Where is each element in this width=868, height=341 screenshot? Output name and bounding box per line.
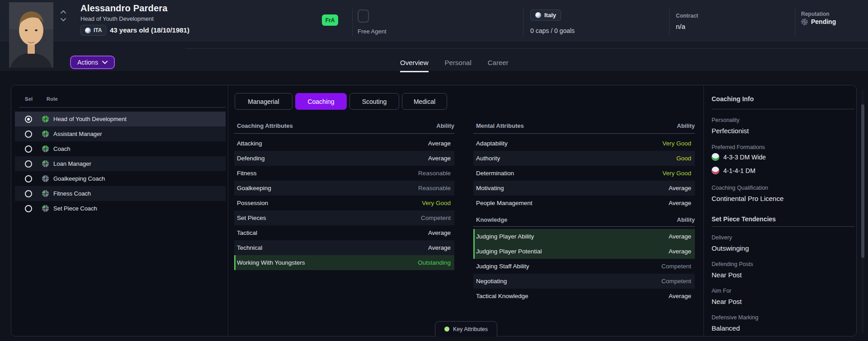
attribute-value: Average (669, 293, 691, 299)
attribute-name: Judging Player Potential (476, 248, 542, 255)
role-row-coach[interactable]: Coach (15, 141, 226, 156)
attribute-row-goalkeeping: GoalkeepingReasonable (234, 181, 454, 196)
role-label: Coach (53, 145, 71, 152)
attribute-row-tactical: TacticalAverage (234, 225, 454, 240)
formation-item: 4-1-4-1 DM (712, 167, 755, 174)
tab-overview[interactable]: Overview (400, 59, 429, 72)
role-label: Assistant Manager (53, 131, 102, 137)
role-label: Fitness Coach (53, 190, 91, 197)
roles-col-role: Role (47, 96, 58, 102)
attribute-row-working-with-youngsters: Working With YoungstersOutstanding (234, 255, 454, 270)
ability-column-header: Ability (627, 122, 695, 129)
contract-label: Contract (676, 13, 698, 19)
formation-pitch-icon (712, 167, 719, 174)
reputation-pending-icon (801, 19, 808, 25)
role-row-goalkeeping-coach[interactable]: Goalkeeping Coach (15, 171, 226, 186)
attribute-name: Technical (237, 244, 262, 251)
role-label: Set Piece Coach (53, 205, 97, 212)
subtab-medical[interactable]: Medical (402, 93, 447, 110)
tab-career[interactable]: Career (488, 59, 509, 72)
attribute-row-people-management: People ManagementAverage (473, 196, 695, 210)
header-vertical-divider (352, 8, 353, 36)
attribute-name: Determination (476, 170, 514, 177)
attribute-value: Good (676, 155, 691, 162)
attribute-name: Set Pieces (237, 215, 266, 221)
free-agent-checkbox[interactable] (358, 9, 369, 23)
role-ability-pie-icon (42, 190, 49, 197)
role-row-fitness-coach[interactable]: Fitness Coach (15, 186, 226, 201)
attribute-value: Average (669, 233, 691, 240)
attribute-value: Competent (661, 278, 691, 285)
reputation-value: Pending (811, 18, 836, 25)
table-rule (473, 133, 695, 134)
actions-button[interactable]: Actions (70, 56, 115, 69)
next-person-icon[interactable] (60, 18, 66, 22)
defensive-marking-value: Balanced (712, 324, 740, 332)
staff-name: Alessandro Pardera (80, 3, 168, 14)
scrollbar-thumb[interactable] (861, 104, 864, 258)
role-ability-pie-icon (42, 160, 49, 167)
subtab-managerial[interactable]: Managerial (235, 93, 292, 110)
role-ability-pie-icon (42, 175, 49, 182)
scrollbar-track[interactable] (861, 89, 864, 333)
attribute-name: Possession (237, 200, 268, 206)
attribute-value: Competent (421, 215, 451, 221)
attribute-row-attacking: AttackingAverage (234, 136, 454, 151)
header-vertical-divider (523, 8, 524, 36)
key-attribute-dot-icon (444, 327, 449, 332)
role-ability-pie-icon (42, 131, 49, 137)
coaching-attributes-title: Coaching Attributes (237, 122, 293, 129)
subtab-coaching[interactable]: Coaching (295, 93, 347, 110)
italy-flag-icon (535, 12, 541, 18)
free-agent-status-badge: FrA (322, 14, 338, 26)
attribute-value: Very Good (422, 200, 451, 206)
staff-role: Head of Youth Development (80, 15, 154, 22)
info-rule (712, 109, 854, 109)
attribute-row-motivating: MotivatingAverage (473, 181, 695, 196)
staff-photo (9, 2, 53, 68)
staff-age: 43 years old (18/10/1981) (110, 26, 189, 34)
role-radio[interactable] (25, 160, 32, 168)
nationality-badge: ITA (80, 25, 106, 36)
role-row-loan-manager[interactable]: Loan Manager (15, 156, 226, 171)
attribute-row-judging-player-potential: Judging Player PotentialAverage (473, 244, 695, 259)
attribute-row-judging-player-ability: Judging Player AbilityAverage (473, 229, 695, 244)
role-ability-pie-icon (42, 205, 49, 212)
attribute-name: Adaptability (476, 140, 508, 147)
role-row-set-piece-coach[interactable]: Set Piece Coach (15, 201, 226, 216)
set-piece-tendencies-title: Set Piece Tendencies (712, 215, 776, 223)
coaching-qualification-label: Coaching Qualification (712, 185, 768, 191)
attribute-name: Fitness (237, 170, 257, 177)
role-row-head-of-youth-development[interactable]: Head of Youth Development (15, 112, 226, 126)
role-radio[interactable] (25, 205, 32, 212)
roles-col-sel: Sel (25, 96, 33, 102)
subtab-scouting[interactable]: Scouting (349, 93, 399, 110)
previous-person-icon[interactable] (60, 10, 66, 14)
free-agent-label: Free Agent (358, 28, 387, 35)
attribute-name: Working With Youngsters (237, 259, 305, 266)
nation-badge: Italy (530, 9, 561, 21)
role-radio[interactable] (25, 145, 32, 153)
attribute-name: Judging Player Ability (476, 233, 534, 240)
role-ability-pie-icon (42, 145, 49, 152)
attribute-name: Motivating (476, 185, 504, 192)
role-row-assistant-manager[interactable]: Assistant Manager (15, 126, 226, 141)
formation-name: 4-3-3 DM Wide (723, 154, 766, 161)
attribute-value: Average (428, 140, 451, 147)
panel-divider (703, 85, 704, 336)
attribute-name: Defending (237, 155, 265, 162)
formation-name: 4-1-4-1 DM (723, 167, 755, 174)
role-radio[interactable] (25, 116, 32, 123)
role-radio[interactable] (25, 131, 32, 138)
table-rule (234, 133, 454, 134)
header-vertical-divider (669, 8, 670, 36)
caps-goals: 0 caps / 0 goals (530, 27, 575, 34)
attribute-name: Tactical (237, 229, 257, 236)
attribute-value: Average (428, 244, 451, 251)
attribute-value: Average (428, 229, 451, 236)
role-ability-pie-icon (42, 116, 49, 122)
tab-personal[interactable]: Personal (445, 59, 472, 72)
defensive-marking-label: Defensive Marking (712, 314, 759, 321)
role-radio[interactable] (25, 190, 32, 197)
role-radio[interactable] (25, 175, 32, 182)
